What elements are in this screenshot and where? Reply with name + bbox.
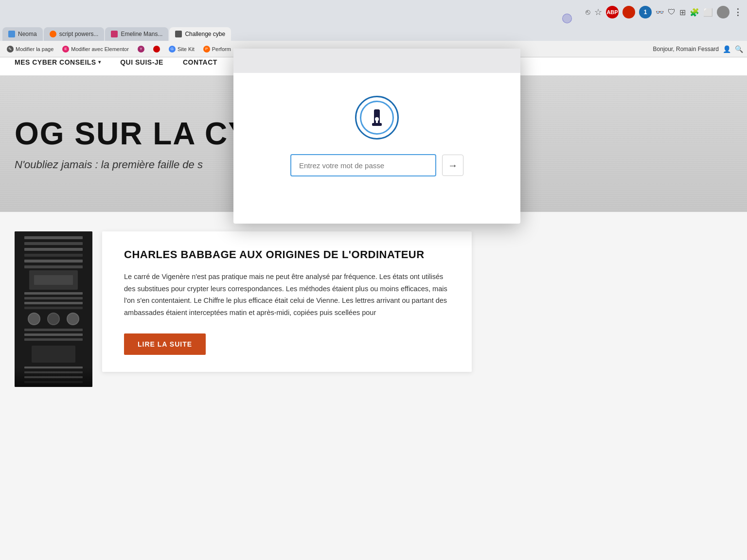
svg-rect-11 (24, 302, 83, 304)
user-avatar-icon[interactable] (717, 6, 729, 18)
svg-rect-9 (24, 292, 83, 295)
adblock-icon[interactable]: ABP (606, 6, 619, 18)
blog-section: CHARLES BABBAGE AUX ORIGINES DE L'ORDINA… (0, 212, 747, 391)
svg-rect-17 (24, 333, 83, 336)
onepassword-icon[interactable]: 1 (639, 6, 652, 18)
svg-rect-8 (34, 275, 73, 285)
share-icon[interactable]: ⎋ (586, 8, 590, 17)
puzzle-icon[interactable]: 🧩 (690, 8, 699, 17)
svg-rect-12 (24, 307, 83, 309)
read-more-button[interactable]: LIRE LA SUITE (124, 333, 206, 355)
svg-point-15 (67, 313, 79, 325)
svg-rect-18 (24, 338, 83, 341)
search-icon[interactable]: 🔍 (735, 45, 743, 53)
svg-rect-25 (372, 123, 382, 126)
svg-rect-16 (24, 329, 83, 331)
tab-neoma[interactable]: Neoma (2, 27, 43, 41)
cursor-indicator (562, 14, 572, 23)
tab-challenge[interactable]: Challenge cybe (169, 27, 231, 41)
modifier-page-btn[interactable]: ✎ Modifier la page (4, 45, 56, 53)
grid-icon[interactable]: ⊞ (679, 8, 686, 17)
svg-rect-27 (376, 119, 378, 123)
star-icon[interactable]: ☆ (594, 7, 602, 18)
screen-icon[interactable]: ⬜ (703, 8, 713, 17)
popup-top-bar (233, 49, 520, 73)
svg-rect-10 (24, 297, 83, 299)
arrow-right-icon: → (448, 160, 458, 171)
password-submit-button[interactable]: → (442, 155, 463, 176)
elementor-btn[interactable]: E Modifier avec Elementor (59, 45, 132, 53)
perform-btn[interactable]: P Perform (200, 45, 234, 53)
browser-tabs: Neoma script powers... Emeline Mans... C… (0, 24, 747, 41)
tab-emeline[interactable]: Emeline Mans... (105, 27, 168, 41)
machine-illustration (15, 231, 92, 387)
nav-contact[interactable]: CONTACT (183, 58, 217, 66)
svg-rect-1 (24, 236, 83, 239)
post-card: CHARLES BABBAGE AUX ORIGINES DE L'ORDINA… (102, 231, 472, 372)
more-icon[interactable]: ⋮ (733, 7, 742, 18)
svg-point-13 (28, 313, 40, 325)
shield-icon[interactable]: 🛡 (668, 8, 676, 17)
browser-top-bar: ⎋ ☆ ABP 1 👓 🛡 ⊞ 🧩 ⬜ ⋮ (0, 0, 747, 24)
onepassword-logo (355, 96, 399, 140)
glasses-icon[interactable]: 👓 (656, 8, 664, 16)
svg-rect-4 (24, 254, 83, 257)
post-image (15, 231, 92, 387)
tab-script[interactable]: script powers... (44, 27, 105, 41)
svg-rect-19 (32, 346, 75, 363)
svg-point-14 (48, 313, 59, 325)
svg-rect-5 (24, 260, 83, 262)
nav-cyber-conseils[interactable]: MES CYBER CONSEILS ▾ (15, 58, 101, 66)
chevron-down-icon: ▾ (98, 59, 101, 65)
svg-rect-3 (24, 248, 83, 251)
post-excerpt: Le carré de Vigenère n'est pas pratique … (124, 271, 450, 319)
onepassword-logo-icon (368, 105, 386, 130)
svg-rect-6 (24, 265, 83, 268)
sitekit-btn[interactable]: G Site Kit (166, 45, 197, 53)
nav-qui-suis-je[interactable]: QUI SUIS-JE (120, 58, 163, 66)
post-title: CHARLES BABBAGE AUX ORIGINES DE L'ORDINA… (124, 248, 450, 261)
user-icon: 👤 (723, 45, 731, 53)
password-input-row: → (290, 154, 463, 176)
onepassword-popup: → (233, 49, 520, 224)
red-dot-btn[interactable] (150, 45, 163, 53)
yoast-btn[interactable]: Y (135, 45, 147, 53)
svg-rect-2 (24, 242, 83, 245)
greeting-label: Bonjour, Romain Fessard (653, 46, 719, 52)
admin-toolbar-right: Bonjour, Romain Fessard 👤 🔍 (653, 45, 743, 53)
onepassword-logo-inner (360, 101, 394, 135)
red-circle-icon[interactable] (622, 6, 635, 18)
password-input[interactable] (290, 154, 436, 176)
